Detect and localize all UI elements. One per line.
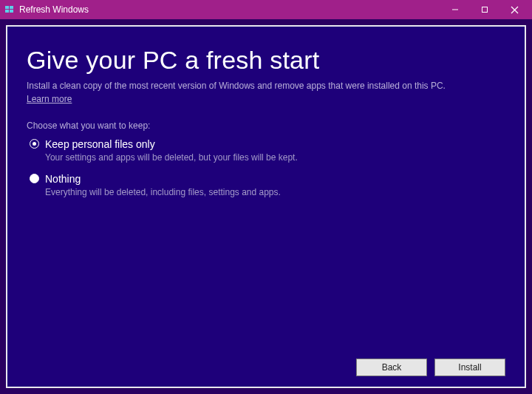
radio-unselected-icon[interactable] bbox=[30, 174, 39, 183]
option-title: Nothing bbox=[45, 173, 81, 185]
option-keep-files[interactable]: Keep personal files only Your settings a… bbox=[27, 138, 505, 163]
install-button[interactable]: Install bbox=[434, 359, 505, 376]
window-title: Refresh Windows bbox=[19, 4, 89, 15]
titlebar[interactable]: Refresh Windows bbox=[0, 0, 532, 19]
back-button[interactable]: Back bbox=[356, 359, 427, 376]
svg-rect-0 bbox=[5, 6, 9, 9]
app-icon bbox=[4, 4, 15, 15]
svg-rect-2 bbox=[5, 10, 9, 13]
page-subtext: Install a clean copy of the most recent … bbox=[27, 81, 505, 92]
client-area: Give your PC a fresh start Install a cle… bbox=[0, 19, 532, 394]
minimize-button[interactable] bbox=[440, 0, 470, 19]
option-desc: Everything will be deleted, including fi… bbox=[45, 187, 505, 197]
option-nothing[interactable]: Nothing Everything will be deleted, incl… bbox=[27, 173, 505, 197]
option-title: Keep personal files only bbox=[45, 138, 155, 150]
window: Refresh Windows Give your PC a fresh sta… bbox=[0, 0, 532, 394]
page-title: Give your PC a fresh start bbox=[27, 46, 505, 75]
button-row: Back Install bbox=[27, 350, 505, 376]
radio-selected-icon[interactable] bbox=[30, 139, 39, 149]
svg-rect-5 bbox=[482, 7, 488, 13]
maximize-button[interactable] bbox=[470, 0, 499, 19]
svg-rect-3 bbox=[10, 10, 13, 13]
main-panel: Give your PC a fresh start Install a cle… bbox=[6, 25, 526, 388]
choose-label: Choose what you want to keep: bbox=[27, 120, 505, 131]
close-button[interactable] bbox=[499, 0, 529, 19]
svg-rect-1 bbox=[10, 6, 13, 9]
option-desc: Your settings and apps will be deleted, … bbox=[45, 152, 505, 163]
learn-more-link[interactable]: Learn more bbox=[27, 94, 505, 104]
